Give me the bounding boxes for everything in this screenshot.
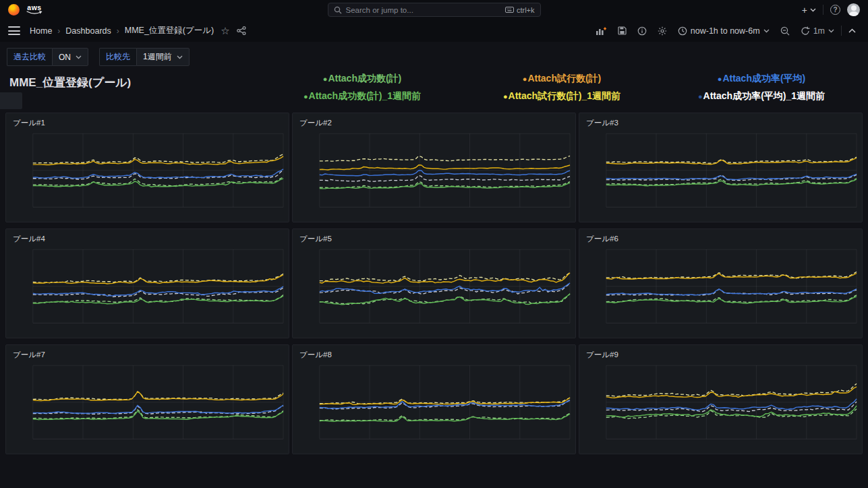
series-line bbox=[33, 296, 283, 304]
search-placeholder: Search or jump to... bbox=[346, 6, 501, 14]
legend-bullet-icon: ● bbox=[303, 92, 308, 100]
timeseries-chart[interactable] bbox=[293, 245, 575, 338]
timeseries-chart[interactable] bbox=[293, 361, 575, 454]
clock-icon bbox=[678, 26, 687, 36]
nav-bar: Home›Dashboards›MME_位置登録(プール) ☆ now-1h t… bbox=[0, 20, 868, 42]
legend-bullet-icon: ● bbox=[523, 75, 527, 83]
share-icon[interactable] bbox=[237, 26, 246, 35]
legend-item: ●Attach成功率(平均)_1週間前 bbox=[662, 90, 861, 102]
page-title: MME_位置登録(プール) bbox=[9, 75, 131, 90]
dashboard-header: MME_位置登録(プール) ●Attach成功数(計)●Attach試行数(計)… bbox=[6, 71, 862, 110]
timeseries-chart[interactable] bbox=[579, 361, 862, 454]
panel-grid: プール#1プール#2プール#3プール#4プール#5プール#6プール#7プール#8… bbox=[5, 113, 863, 454]
panel-title[interactable]: プール#6 bbox=[579, 229, 862, 245]
timeseries-chart[interactable] bbox=[293, 129, 575, 222]
chevron-down-icon bbox=[828, 29, 834, 33]
legend-item: ●Attach成功数(計)_1週間前 bbox=[262, 90, 462, 102]
series-line bbox=[320, 413, 570, 421]
series-line bbox=[33, 154, 283, 163]
timeseries-chart[interactable] bbox=[6, 129, 289, 222]
panel: プール#5 bbox=[292, 228, 576, 338]
panel-title[interactable]: プール#5 bbox=[293, 229, 575, 245]
grafana-logo-icon[interactable] bbox=[8, 4, 20, 16]
series-line bbox=[33, 410, 283, 419]
save-dashboard-button[interactable] bbox=[614, 24, 631, 38]
panel-title[interactable]: プール#2 bbox=[293, 113, 575, 129]
search-shortcut: ctrl+k bbox=[505, 6, 535, 14]
series-line bbox=[320, 272, 570, 281]
menu-toggle-icon[interactable] bbox=[8, 26, 20, 35]
panel-title[interactable]: プール#4 bbox=[6, 229, 289, 245]
add-visualization-button[interactable] bbox=[591, 24, 611, 38]
legend-bullet-icon: ● bbox=[718, 75, 722, 83]
panel: プール#1 bbox=[5, 113, 289, 222]
chevron-down-icon bbox=[76, 55, 82, 59]
collapse-toolbar-button[interactable] bbox=[844, 26, 860, 36]
legend-item: ●Attach試行数(計) bbox=[462, 73, 662, 85]
legend-item: ●Attach試行数(計)_1週間前 bbox=[462, 90, 662, 102]
series-line bbox=[606, 387, 857, 398]
breadcrumb-separator: › bbox=[57, 26, 60, 36]
legend-item: ●Attach成功率(平均) bbox=[662, 73, 861, 85]
refresh-icon bbox=[801, 26, 810, 36]
breadcrumb-item[interactable]: Dashboards bbox=[65, 26, 111, 36]
legend-bullet-icon: ● bbox=[698, 92, 703, 100]
panel-title[interactable]: プール#3 bbox=[579, 113, 862, 129]
variable-label: 過去比較 bbox=[7, 48, 52, 66]
series-line bbox=[320, 414, 570, 421]
panel-title[interactable]: プール#1 bbox=[6, 113, 289, 129]
series-line bbox=[320, 273, 570, 283]
timeseries-chart[interactable] bbox=[579, 129, 862, 222]
search-icon bbox=[334, 6, 342, 14]
divider bbox=[841, 26, 842, 36]
breadcrumb-separator: › bbox=[117, 26, 119, 36]
time-range-picker[interactable]: now-1h to now-6m bbox=[674, 24, 774, 38]
refresh-button[interactable]: 1m bbox=[797, 24, 838, 38]
new-button[interactable]: + bbox=[802, 5, 816, 16]
legend-item: ●Attach成功数(計) bbox=[262, 73, 462, 85]
dashboard-info-button[interactable] bbox=[633, 24, 651, 38]
timeseries-chart[interactable] bbox=[579, 245, 862, 338]
star-icon[interactable]: ☆ bbox=[221, 25, 229, 37]
breadcrumb-item: MME_位置登録(プール) bbox=[125, 25, 214, 36]
chevron-down-icon bbox=[810, 8, 816, 12]
legend-bullet-icon: ● bbox=[503, 92, 508, 100]
user-avatar[interactable] bbox=[847, 3, 860, 16]
series-line bbox=[606, 297, 857, 303]
series-line bbox=[320, 175, 570, 181]
dashboard-settings-button[interactable] bbox=[654, 24, 671, 38]
series-line bbox=[320, 294, 570, 305]
panel-title[interactable]: プール#8 bbox=[293, 345, 575, 361]
series-line bbox=[33, 275, 283, 284]
breadcrumb-item[interactable]: Home bbox=[30, 26, 52, 36]
series-line bbox=[606, 158, 857, 164]
panel: プール#3 bbox=[579, 113, 863, 222]
search-input[interactable]: Search or jump to... ctrl+k bbox=[328, 3, 541, 17]
series-line bbox=[33, 392, 283, 400]
series-line bbox=[320, 171, 570, 176]
legend-grid: ●Attach成功数(計)●Attach試行数(計)●Attach成功率(平均)… bbox=[262, 73, 861, 102]
variable-controls: 過去比較ON比較先1週間前 bbox=[0, 42, 868, 71]
top-bar: aws Search or jump to... ctrl+k + ? bbox=[0, 0, 868, 20]
panel: プール#2 bbox=[292, 113, 576, 222]
chevron-up-icon bbox=[848, 28, 856, 33]
series-line bbox=[33, 392, 283, 400]
panel: プール#7 bbox=[5, 344, 289, 454]
series-line bbox=[33, 405, 283, 413]
timeseries-chart[interactable] bbox=[6, 245, 289, 338]
series-line bbox=[606, 402, 857, 412]
chevron-down-icon bbox=[177, 55, 183, 59]
variable-value-dropdown[interactable]: 1週間前 bbox=[136, 48, 190, 66]
panel: プール#8 bbox=[292, 344, 576, 454]
timeseries-chart[interactable] bbox=[6, 361, 289, 454]
legend-bullet-icon: ● bbox=[323, 75, 328, 83]
divider bbox=[823, 5, 823, 15]
panel-title[interactable]: プール#9 bbox=[579, 345, 862, 361]
variable-value-dropdown[interactable]: ON bbox=[52, 48, 88, 66]
series-line bbox=[606, 273, 857, 279]
help-icon[interactable]: ? bbox=[830, 5, 840, 15]
breadcrumb: Home›Dashboards›MME_位置登録(プール) bbox=[30, 25, 214, 36]
zoom-out-button[interactable] bbox=[776, 24, 794, 38]
series-line bbox=[320, 156, 570, 161]
panel-title[interactable]: プール#7 bbox=[6, 345, 289, 361]
